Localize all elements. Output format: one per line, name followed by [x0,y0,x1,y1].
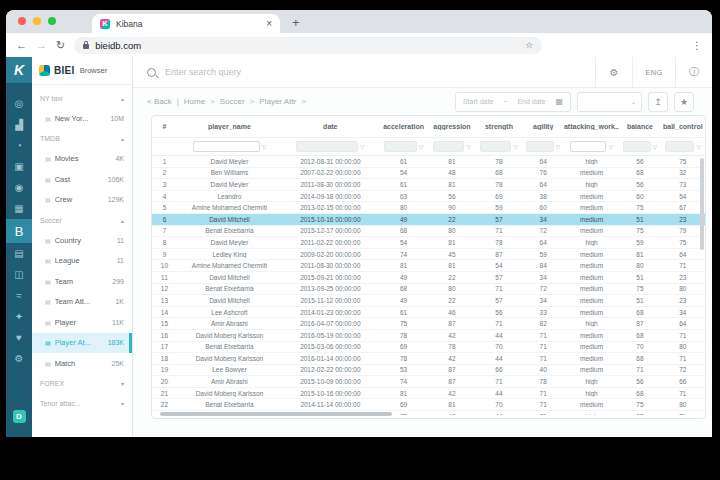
collapse-chevron-icon[interactable]: ▾ [121,400,124,407]
devtools-icon[interactable]: ✦ [6,306,32,327]
sidebar-item-crew[interactable]: ▤Crew129K [32,190,132,211]
maximize-window-button[interactable] [48,17,56,25]
sidebar-item-team-att-[interactable]: ▤Team Att...1K [32,292,132,313]
minimize-window-button[interactable] [33,17,41,25]
table-row[interactable]: 9Ledley King2009-02-20 00:00:0074458759m… [152,249,705,261]
table-row[interactable]: 18David Moberg Karlsson2016-01-14 00:00:… [152,353,705,365]
table-row[interactable]: 5Amine Mohamed Chermiti2013-02-15 00:00:… [152,202,705,214]
collapse-chevron-icon[interactable]: ▴ [121,135,124,142]
sidebar-item-new-yor-[interactable]: ▤New Yor...10M [32,108,132,129]
filter-funnel-icon[interactable]: ▽ [262,143,267,150]
timelion-icon[interactable]: ◔ [6,135,32,156]
column-filter-input[interactable] [193,141,260,152]
back-icon[interactable]: ← [16,39,27,51]
visualize-icon[interactable]: ▟ [6,114,32,135]
monitoring-icon[interactable]: ♥ [6,327,32,348]
column-header-playername[interactable]: player_name [177,123,282,130]
collapse-chevron-icon[interactable]: ▴ [121,217,124,224]
table-row[interactable]: 10Amine Mohamed Chermiti2011-08-30 00:00… [152,260,705,272]
table-row[interactable]: 11David Mitchell2015-09-21 00:00:0049225… [152,272,705,284]
column-filter-input[interactable] [526,141,554,152]
sidebar-item-country[interactable]: ▤Country11 [32,230,132,251]
canvas-icon[interactable]: ▦ [6,198,32,219]
table-row[interactable]: 14Lee Ashcroft2014-01-23 00:00:006146563… [152,307,705,319]
sidebar-item-cast[interactable]: ▤Cast106K [32,169,132,190]
column-header-#[interactable]: # [152,123,177,130]
column-filter-input[interactable] [480,141,511,152]
table-row[interactable]: 17Benat Etxebarria2015-03-06 00:00:00697… [152,342,705,354]
table-row[interactable]: 3David Meyler2011-08-30 00:00:0061817864… [152,179,705,191]
filter-funnel-icon[interactable]: ▽ [513,143,518,150]
sidebar-item-movies[interactable]: ▤Movies4K [32,149,132,170]
vertical-scrollbar[interactable] [700,158,704,250]
settings-icon[interactable]: ⚙ [6,348,32,369]
sidebar-item-player-at-[interactable]: ▤Player At...183K [32,333,132,354]
table-row[interactable]: 7Benat Etxebarria2015-12-17 00:00:006880… [152,226,705,238]
close-window-button[interactable] [18,17,26,25]
table-row[interactable]: 15Amir Abrashi2016-04-07 00:00:007587718… [152,318,705,330]
table-row[interactable]: 6David Mitchell2015-10-16 00:00:00492257… [152,214,705,226]
column-header-agility[interactable]: agility [522,123,563,130]
info-button[interactable]: ⓘ [675,57,712,87]
search-input[interactable]: Enter search query [165,67,595,77]
bookmark-star-icon[interactable]: ☆ [525,40,533,50]
pipeline-icon[interactable]: ≈ [6,285,32,306]
org-icon[interactable]: ◫ [6,264,32,285]
table-row[interactable]: 21David Moberg Karlsson2015-10-16 00:00:… [152,388,705,400]
collapse-chevron-icon[interactable]: ▾ [121,380,124,387]
column-header-attackingwork[interactable]: attacking_work... [564,123,619,130]
collapse-chevron-icon[interactable]: ▴ [121,95,124,102]
column-header-ballcontrol[interactable]: ball_control [661,123,705,130]
table-row[interactable]: 2Ben Williams2007-02-22 00:00:0054486876… [152,168,705,180]
language-button[interactable]: ENG [632,57,675,87]
breadcrumb-home[interactable]: Home [184,97,205,106]
browser-tab-kibana[interactable]: K Kibana × [92,14,280,33]
forward-icon[interactable]: → [36,39,47,51]
sidebar-item-player[interactable]: ▤Player11K [32,312,132,333]
browser-menu-icon[interactable]: ⋮ [692,40,702,51]
column-header-balance[interactable]: balance [619,123,660,130]
biei-app-icon[interactable]: B [6,219,32,243]
close-tab-icon[interactable]: × [266,18,272,29]
column-filter-input[interactable] [623,141,651,152]
tree-group-header[interactable]: TMDB▴ [32,129,132,149]
end-date-input[interactable]: End date [517,98,545,105]
table-row[interactable]: 4Leandro2014-09-18 00:00:0063566938mediu… [152,191,705,203]
sidebar-item-match[interactable]: ▤Match25K [32,353,132,374]
back-link[interactable]: < Back [147,97,172,106]
table-row[interactable]: 20Amir Abrashi2015-10-09 00:00:007487717… [152,376,705,388]
filter-funnel-icon[interactable]: ▽ [608,143,613,150]
table-row[interactable]: 13David Mitchell2015-11-12 00:00:0049225… [152,295,705,307]
filter-funnel-icon[interactable]: ▽ [696,143,701,150]
table-row[interactable]: 12Benat Etxebarria2013-09-25 00:00:00688… [152,284,705,296]
tree-group-header[interactable]: NY taxi▴ [32,88,132,108]
start-date-input[interactable]: Start date [463,98,493,105]
export-button[interactable]: ↥ [648,92,668,112]
filter-funnel-icon[interactable]: ▽ [360,143,365,150]
page-size-select[interactable]: ⌄ [577,92,642,112]
table-row[interactable]: 1David Meyler2012-08-31 00:00:0061817864… [152,156,705,168]
address-bar[interactable]: bieidb.com ☆ [74,37,542,54]
user-badge[interactable]: D [13,410,26,423]
calendar-icon[interactable]: ▦ [555,97,563,106]
settings-button[interactable]: ⚙ [595,57,632,87]
url-text[interactable]: bieidb.com [95,40,519,51]
date-range-picker[interactable]: Start date ~ End date ▦ [455,92,571,112]
column-filter-input[interactable] [433,141,464,152]
column-filter-input[interactable] [384,141,417,152]
new-tab-button[interactable]: + [292,15,300,30]
column-filter-input[interactable] [570,141,606,152]
store-icon[interactable]: ▤ [6,243,32,264]
filter-funnel-icon[interactable]: ▽ [556,143,561,150]
column-header-acceleration[interactable]: acceleration [379,123,429,130]
breadcrumb-player-attr[interactable]: Player Attr [259,97,296,106]
table-row[interactable]: 16David Moberg Karlsson2016-05-19 00:00:… [152,330,705,342]
favorite-button[interactable]: ★ [674,92,694,112]
table-row[interactable]: 8David Meyler2011-02-22 00:00:0054817864… [152,237,705,249]
filter-funnel-icon[interactable]: ▽ [466,143,471,150]
column-header-date[interactable]: date [282,123,379,130]
tree-group-header[interactable]: Soccer▴ [32,210,132,230]
horizontal-scrollbar[interactable] [160,412,392,416]
filter-funnel-icon[interactable]: ▽ [653,143,658,150]
tree-group-header[interactable]: Tenor attac...▾ [32,394,132,414]
